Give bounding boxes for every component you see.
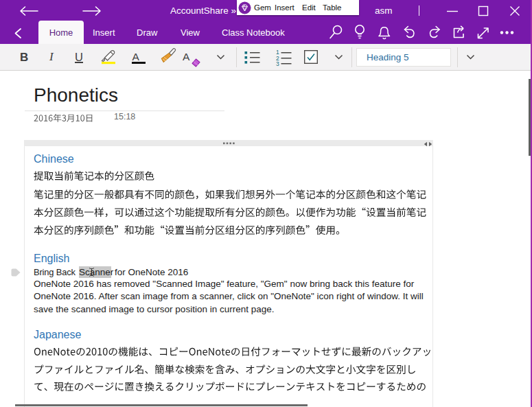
svg-text:3: 3 xyxy=(276,60,279,67)
